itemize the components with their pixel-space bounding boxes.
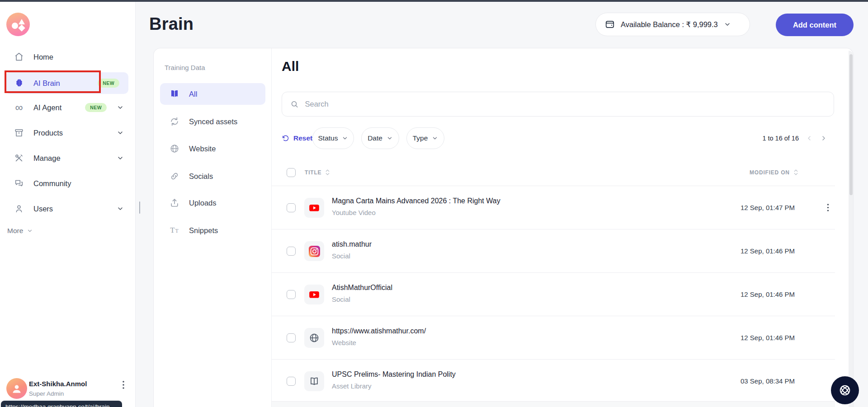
- sidebar: Home AI Brain NEW ∞ AI Agent NEW Product…: [0, 2, 136, 407]
- sort-icon[interactable]: [325, 169, 330, 176]
- row-subtitle: Website: [332, 339, 356, 346]
- type-filter-dropdown[interactable]: Type: [406, 127, 444, 149]
- page-title: Brain: [149, 14, 193, 34]
- sidebar-item-ai-agent[interactable]: ∞ AI Agent NEW: [0, 98, 136, 117]
- sidebar-resize-handle[interactable]: [139, 201, 140, 214]
- balance-label: Available Balance : ₹ 9,999.3: [621, 20, 718, 29]
- sidebar-item-label: Users: [33, 205, 53, 213]
- list-heading: All: [282, 59, 299, 74]
- chevron-down-icon: [724, 21, 731, 28]
- pagination-prev-icon[interactable]: [805, 134, 813, 142]
- floating-globe-button[interactable]: [831, 376, 859, 404]
- user-menu-kebab-icon[interactable]: [119, 380, 128, 390]
- chevron-down-icon[interactable]: [117, 129, 124, 136]
- chevron-down-icon: [342, 135, 348, 141]
- link-icon: [169, 171, 180, 182]
- table-row: Magna Carta Mains Advanced 2026 : The Ri…: [272, 186, 835, 229]
- row-title[interactable]: https://www.atishmathur.com/: [332, 327, 426, 335]
- chevron-down-icon: [27, 228, 33, 234]
- chevron-down-icon[interactable]: [117, 104, 124, 111]
- pagination-next-icon[interactable]: [820, 134, 828, 142]
- youtube-icon: [304, 198, 324, 218]
- browser-top-strip: [0, 0, 868, 2]
- sidebar-item-label: AI Agent: [33, 103, 61, 112]
- brain-content-card: Training Data All Synced assets Website …: [153, 48, 854, 407]
- app-logo[interactable]: [5, 12, 31, 37]
- more-label: More: [7, 227, 23, 235]
- date-filter-label: Date: [368, 134, 382, 142]
- table-row: UPSC Prelims- Mastering Indian Polity As…: [272, 360, 835, 402]
- brain-icon: [14, 78, 24, 89]
- row-checkbox[interactable]: [287, 203, 296, 212]
- reset-label: Reset: [293, 134, 312, 142]
- row-checkbox[interactable]: [287, 377, 296, 386]
- row-subtitle: Youtube Video: [332, 209, 376, 216]
- table-row: https://www.atishmathur.com/ Website 12 …: [272, 316, 835, 360]
- row-modified-date: 12 Sep, 01:46 PM: [741, 290, 795, 298]
- date-filter-dropdown[interactable]: Date: [361, 127, 399, 149]
- link-url-tooltip: https://medhaa.graphyapp.co/t/ai/brain: [1, 401, 122, 407]
- scrollbar-thumb[interactable]: [849, 54, 853, 195]
- type-filter-label: Type: [413, 134, 428, 142]
- book-icon: [169, 89, 180, 99]
- sidebar-item-users[interactable]: Users: [0, 199, 136, 219]
- more-button[interactable]: More: [7, 227, 33, 235]
- row-subtitle: Asset Library: [332, 382, 372, 390]
- available-balance-chip[interactable]: Available Balance : ₹ 9,999.3: [595, 13, 750, 36]
- training-nav-synced-assets[interactable]: Synced assets: [160, 111, 265, 132]
- reset-filters-button[interactable]: Reset: [282, 127, 312, 149]
- sort-icon[interactable]: [793, 169, 799, 176]
- filters-row: Reset Status Date Type 1 to 16 of 16: [282, 127, 844, 149]
- select-all-checkbox[interactable]: [287, 168, 296, 177]
- new-badge: NEW: [98, 79, 119, 88]
- table-header: TITLE MODIFIED ON: [272, 158, 835, 186]
- row-title[interactable]: Magna Carta Mains Advanced 2026 : The Ri…: [332, 197, 500, 205]
- pagination-range: 1 to 16 of 16: [762, 135, 799, 142]
- chevron-down-icon[interactable]: [117, 205, 124, 212]
- training-data-nav: Training Data All Synced assets Website …: [154, 48, 272, 407]
- row-checkbox[interactable]: [287, 290, 296, 299]
- sidebar-item-ai-brain[interactable]: AI Brain NEW: [5, 72, 128, 94]
- row-checkbox[interactable]: [287, 333, 296, 342]
- list-scrollbar[interactable]: [849, 51, 853, 407]
- sync-icon: [169, 116, 180, 127]
- training-nav-website[interactable]: Website: [160, 138, 265, 159]
- row-title[interactable]: UPSC Prelims- Mastering Indian Polity: [332, 370, 456, 379]
- row-modified-date: 12 Sep, 01:46 PM: [741, 247, 795, 255]
- sidebar-item-label: AI Brain: [33, 79, 60, 88]
- column-modified-on: MODIFIED ON: [750, 169, 790, 176]
- status-filter-label: Status: [318, 134, 338, 142]
- row-title[interactable]: AtishMathurOfficial: [332, 284, 392, 292]
- row-modified-date: 12 Sep, 01:46 PM: [741, 334, 795, 342]
- sidebar-item-label: Home: [33, 53, 53, 61]
- user-icon: [14, 203, 24, 214]
- chevron-down-icon[interactable]: [117, 154, 124, 162]
- sidebar-item-community[interactable]: Community: [0, 173, 136, 193]
- status-filter-dropdown[interactable]: Status: [312, 127, 354, 149]
- row-modified-date: 12 Sep, 01:47 PM: [741, 204, 795, 211]
- search-bar[interactable]: [282, 92, 834, 117]
- sidebar-item-products[interactable]: Products: [0, 123, 136, 143]
- upload-icon: [169, 197, 180, 208]
- user-name: Ext-Shikha.Anmol: [29, 380, 87, 388]
- sidebar-item-home[interactable]: Home: [0, 47, 136, 67]
- training-nav-uploads[interactable]: Uploads: [160, 192, 265, 214]
- user-role: Super Admin: [29, 390, 64, 397]
- chevron-down-icon: [432, 135, 438, 141]
- sidebar-item-manage[interactable]: Manage: [0, 148, 136, 168]
- row-menu-kebab-icon[interactable]: [824, 203, 832, 213]
- row-subtitle: Social: [332, 252, 350, 260]
- table-row: atish.mathur Social 12 Sep, 01:46 PM: [272, 229, 835, 273]
- training-nav-snippets[interactable]: TT Snippets: [160, 220, 265, 241]
- add-content-button[interactable]: Add content: [776, 14, 854, 36]
- content-list-panel: All Reset Status Date Type 1: [272, 48, 854, 407]
- training-nav-socials[interactable]: Socials: [160, 165, 265, 187]
- chevron-down-icon: [387, 135, 393, 141]
- row-checkbox[interactable]: [287, 247, 296, 256]
- training-nav-all[interactable]: All: [160, 83, 265, 105]
- instagram-icon: [304, 241, 324, 261]
- training-nav-label: Website: [189, 145, 216, 153]
- training-nav-label: Socials: [189, 172, 213, 181]
- search-input[interactable]: [305, 100, 826, 108]
- row-title[interactable]: atish.mathur: [332, 240, 372, 248]
